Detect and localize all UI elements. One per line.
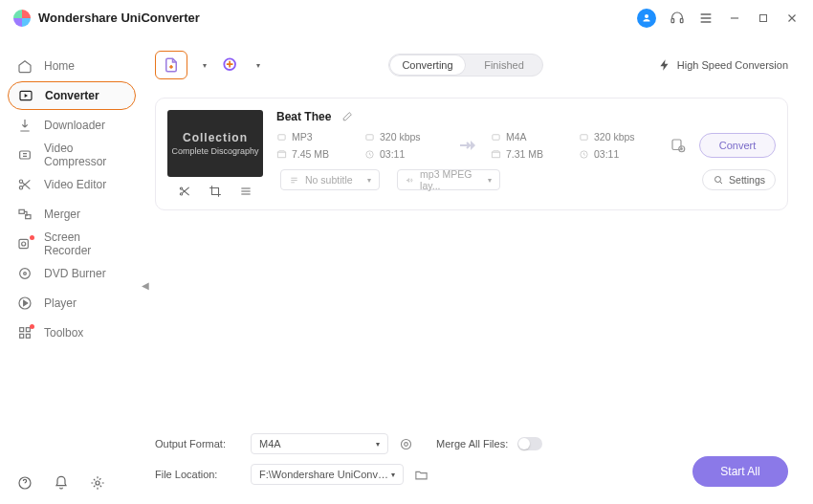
recorder-icon <box>17 236 33 252</box>
app-logo-icon <box>13 10 31 27</box>
collapse-sidebar-button[interactable]: ◀ <box>140 275 151 295</box>
svg-rect-27 <box>581 134 587 140</box>
dst-bitrate: 320 kbps <box>579 131 657 142</box>
file-location-dropdown[interactable]: F:\Wondershare UniConverter▾ <box>251 464 404 485</box>
sidebar-label: Merger <box>44 208 80 221</box>
file-location-label: File Location: <box>155 469 241 480</box>
tab-finished[interactable]: Finished <box>466 55 542 76</box>
toolbox-icon <box>17 325 33 340</box>
merge-toggle[interactable] <box>517 437 542 450</box>
app-title: Wondershare UniConverter <box>38 11 200 25</box>
svg-point-32 <box>404 442 407 446</box>
sidebar-item-home[interactable]: Home <box>0 52 145 80</box>
headset-icon[interactable] <box>670 11 685 26</box>
svg-point-22 <box>180 193 182 195</box>
output-settings-icon[interactable] <box>667 134 690 157</box>
svg-rect-0 <box>671 18 674 22</box>
tab-converting[interactable]: Converting <box>389 55 466 76</box>
sidebar-item-converter[interactable]: Converter <box>8 81 136 110</box>
file-title: Beat Thee <box>276 110 331 123</box>
svg-rect-2 <box>760 14 767 21</box>
sidebar-item-dvd[interactable]: DVD Burner <box>0 259 145 288</box>
svg-rect-29 <box>672 140 681 150</box>
tab-switcher: Converting Finished <box>388 54 543 77</box>
home-icon <box>17 58 33 74</box>
help-icon[interactable] <box>17 475 33 491</box>
audiotrack-dropdown[interactable]: mp3 MPEG lay...▾ <box>397 169 500 190</box>
svg-point-6 <box>19 186 22 189</box>
chevron-down-icon[interactable]: ▾ <box>256 61 260 70</box>
svg-point-31 <box>715 177 721 183</box>
open-folder-icon[interactable] <box>413 467 428 482</box>
sidebar-item-downloader[interactable]: Downloader <box>0 111 145 140</box>
svg-rect-23 <box>278 134 285 140</box>
file-settings-button[interactable]: Settings <box>702 169 776 190</box>
scissors-icon <box>17 177 33 192</box>
src-duration: 03:11 <box>364 148 443 160</box>
close-button[interactable] <box>784 11 800 26</box>
svg-point-33 <box>401 439 410 449</box>
convert-button[interactable]: Convert <box>699 133 776 158</box>
sidebar-item-merger[interactable]: Merger <box>0 200 145 229</box>
hsc-label: High Speed Conversion <box>677 59 788 71</box>
svg-rect-15 <box>26 328 30 332</box>
add-url-button[interactable] <box>220 55 241 76</box>
main-panel: ◀ ▾ ▾ Converting Finished High Speed Con… <box>145 36 813 504</box>
sidebar-label: Video Editor <box>44 178 106 191</box>
dst-format: M4A <box>491 131 569 142</box>
merge-label: Merge All Files: <box>436 438 508 449</box>
output-format-label: Output Format: <box>155 438 241 449</box>
high-speed-toggle[interactable]: High Speed Conversion <box>658 58 788 72</box>
start-all-button[interactable]: Start All <box>692 456 788 487</box>
bottom-bar: Output Format: M4A▾ Merge All Files: Fil… <box>155 431 788 493</box>
sidebar-label: Video Compressor <box>44 142 128 168</box>
svg-rect-1 <box>680 18 683 22</box>
add-file-button[interactable] <box>155 51 187 79</box>
svg-point-10 <box>22 242 26 246</box>
minimize-button[interactable] <box>727 11 742 26</box>
bell-icon[interactable] <box>54 475 69 491</box>
menu-icon[interactable] <box>698 11 714 26</box>
download-icon <box>17 118 33 133</box>
titlebar: Wondershare UniConverter <box>0 0 813 36</box>
merger-icon <box>17 207 33 222</box>
sidebar-label: Downloader <box>44 119 105 132</box>
sidebar: Home Converter Downloader Video Compress… <box>0 36 145 504</box>
sidebar-item-compressor[interactable]: Video Compressor <box>0 141 145 169</box>
settings-icon[interactable] <box>90 475 105 491</box>
svg-rect-17 <box>26 334 30 338</box>
svg-point-11 <box>20 269 31 279</box>
output-format-dropdown[interactable]: M4A▾ <box>251 433 388 454</box>
converter-icon <box>18 88 33 103</box>
chevron-down-icon[interactable]: ▾ <box>203 61 207 70</box>
svg-rect-16 <box>20 334 24 338</box>
svg-rect-14 <box>20 328 24 332</box>
maximize-button[interactable] <box>756 11 771 26</box>
sidebar-item-player[interactable]: Player <box>0 289 145 318</box>
sidebar-item-editor[interactable]: Video Editor <box>0 170 145 199</box>
user-avatar-icon[interactable] <box>637 9 656 28</box>
svg-point-5 <box>19 180 22 183</box>
src-bitrate: 320 kbps <box>364 131 443 142</box>
file-card: Collection Complete Discography Beat The… <box>155 98 788 210</box>
sidebar-label: Toolbox <box>44 326 83 340</box>
play-icon <box>17 296 33 311</box>
arrow-icon <box>452 134 481 157</box>
sidebar-item-recorder[interactable]: Screen Recorder <box>0 230 145 258</box>
disc-icon <box>17 266 33 281</box>
format-settings-icon[interactable] <box>398 436 413 451</box>
src-format: MP3 <box>276 131 355 142</box>
sidebar-item-toolbox[interactable]: Toolbox <box>0 318 145 347</box>
subtitle-dropdown[interactable]: No subtitle▾ <box>280 169 380 190</box>
sidebar-label: Home <box>44 59 75 73</box>
svg-point-12 <box>24 273 27 275</box>
sidebar-label: DVD Burner <box>44 267 106 280</box>
src-size: 7.45 MB <box>276 148 355 160</box>
edit-title-icon[interactable] <box>341 111 353 123</box>
sidebar-label: Converter <box>45 89 99 102</box>
file-thumbnail: Collection Complete Discography <box>167 110 263 177</box>
sidebar-label: Screen Recorder <box>44 230 128 257</box>
svg-point-19 <box>96 481 99 485</box>
compressor-icon <box>17 147 33 163</box>
sidebar-label: Player <box>44 296 77 310</box>
